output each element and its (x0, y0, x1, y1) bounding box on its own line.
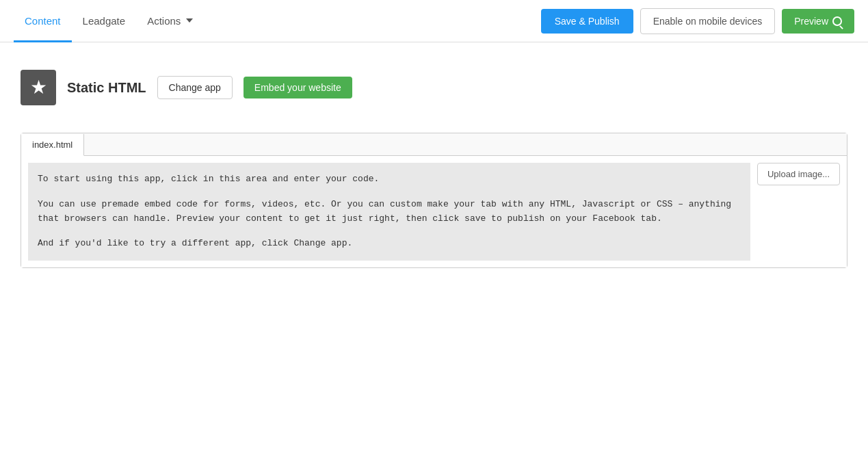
embed-website-button[interactable]: Embed your website (244, 77, 352, 98)
chevron-down-icon (186, 18, 193, 23)
top-nav: Content Leadgate Actions Save & Publish … (0, 0, 868, 42)
nav-tabs: Content Leadgate Actions (14, 0, 204, 42)
nav-buttons: Save & Publish Enable on mobile devices … (541, 8, 854, 34)
save-publish-button[interactable]: Save & Publish (541, 9, 633, 34)
tab-actions[interactable]: Actions (136, 1, 204, 42)
editor-body: To start using this app, click in this a… (21, 156, 847, 267)
editor-tab-index-html[interactable]: index.html (21, 134, 84, 156)
code-editor-area[interactable]: To start using this app, click in this a… (28, 163, 750, 261)
upload-image-button[interactable]: Upload image... (757, 163, 840, 185)
code-line-1: To start using this app, click in this a… (38, 172, 741, 187)
tab-content[interactable]: Content (14, 1, 72, 42)
star-icon: ★ (30, 78, 47, 97)
change-app-button[interactable]: Change app (157, 76, 233, 99)
tab-leadgate[interactable]: Leadgate (72, 1, 137, 42)
main-content: ★ Static HTML Change app Embed your webs… (0, 42, 868, 282)
code-line-3: And if you'd like to try a different app… (38, 237, 741, 251)
app-title: Static HTML (67, 80, 146, 96)
code-line-2: You can use premade embed code for forms… (38, 198, 741, 226)
search-icon (832, 16, 842, 26)
preview-button[interactable]: Preview (782, 9, 854, 34)
enable-mobile-button[interactable]: Enable on mobile devices (640, 8, 776, 34)
app-icon: ★ (21, 70, 56, 105)
editor-tabs: index.html (21, 133, 847, 156)
editor-section: index.html To start using this app, clic… (21, 133, 847, 268)
app-header: ★ Static HTML Change app Embed your webs… (21, 70, 847, 105)
